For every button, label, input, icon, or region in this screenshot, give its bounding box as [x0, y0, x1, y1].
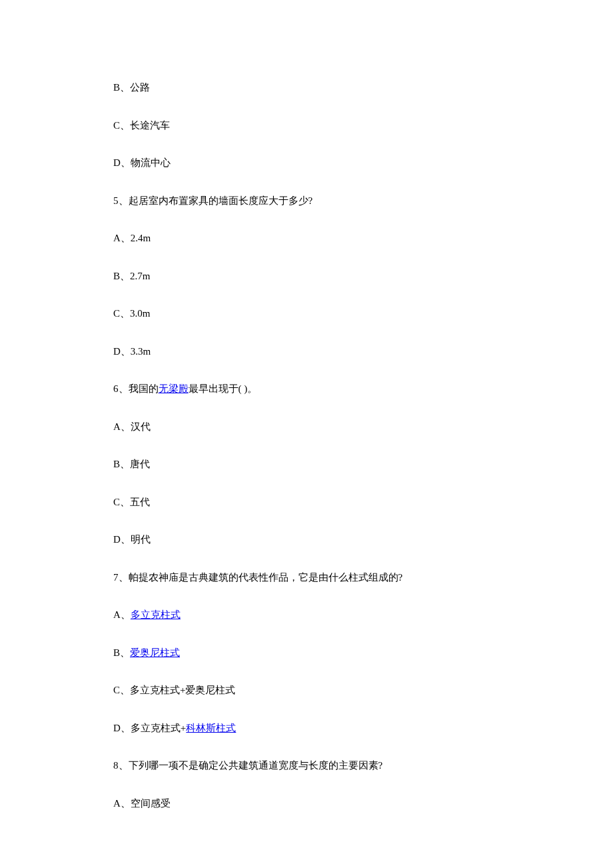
option-text: 汉代	[131, 421, 151, 432]
option-line: D、3.3m	[113, 344, 500, 359]
hyperlink-wuliangdian[interactable]: 无梁殿	[159, 383, 189, 394]
option-text: 物流中心	[131, 157, 171, 168]
option-line: A、汉代	[113, 419, 500, 435]
option-prefix: C、	[113, 308, 130, 319]
option-prefix: A、	[113, 609, 131, 620]
question-text-after: 最早出现于( )。	[189, 383, 258, 394]
option-prefix: B、	[113, 271, 130, 281]
option-text: 明代	[131, 534, 151, 545]
option-text: 2.4m	[131, 233, 151, 243]
option-line: B、2.7m	[113, 269, 500, 284]
option-line: C、多立克柱式+爱奥尼柱式	[113, 683, 500, 698]
option-prefix: D、	[113, 346, 131, 357]
option-line: A、多立克柱式	[113, 607, 500, 623]
hyperlink-doric[interactable]: 多立克柱式	[131, 609, 181, 620]
option-line: B、爱奥尼柱式	[113, 645, 500, 661]
option-prefix: A、	[113, 798, 131, 809]
option-prefix: D、	[113, 157, 131, 168]
option-prefix: A、	[113, 233, 131, 243]
option-prefix: A、	[113, 421, 131, 432]
question-text-before: 6、我国的	[113, 383, 159, 394]
option-prefix: C、	[113, 120, 130, 131]
option-text: 唐代	[130, 459, 150, 469]
option-prefix: C、	[113, 497, 130, 507]
option-line: C、五代	[113, 495, 500, 510]
question-text: 5、起居室内布置家具的墙面长度应大于多少?	[113, 195, 312, 206]
document-page: B、公路 C、长途汽车 D、物流中心 5、起居室内布置家具的墙面长度应大于多少?…	[0, 0, 613, 860]
question-text: 8、下列哪一项不是确定公共建筑通道宽度与长度的主要因素?	[113, 760, 382, 771]
option-line: B、唐代	[113, 457, 500, 472]
option-prefix: D、多立克柱式+	[113, 723, 186, 733]
option-prefix: B、	[113, 647, 130, 658]
option-text: 五代	[130, 497, 150, 507]
option-line: C、长途汽车	[113, 118, 500, 133]
option-prefix: B、	[113, 459, 130, 469]
question-line: 8、下列哪一项不是确定公共建筑通道宽度与长度的主要因素?	[113, 758, 500, 773]
option-text: 长途汽车	[130, 120, 170, 131]
option-line: B、公路	[113, 80, 500, 95]
option-text: 3.3m	[131, 346, 151, 357]
option-line: D、明代	[113, 532, 500, 547]
option-line: D、物流中心	[113, 155, 500, 171]
question-line: 6、我国的无梁殿最早出现于( )。	[113, 381, 500, 397]
option-line: A、空间感受	[113, 796, 500, 811]
option-prefix: D、	[113, 534, 131, 545]
option-line: C、3.0m	[113, 306, 500, 321]
option-prefix: C、	[113, 685, 130, 695]
question-line: 5、起居室内布置家具的墙面长度应大于多少?	[113, 193, 500, 209]
option-line: D、多立克柱式+科林斯柱式	[113, 721, 500, 736]
hyperlink-corinthian[interactable]: 科林斯柱式	[186, 723, 236, 733]
option-text: 空间感受	[131, 798, 171, 809]
option-text: 多立克柱式+爱奥尼柱式	[130, 685, 235, 695]
question-line: 7、帕提农神庙是古典建筑的代表性作品，它是由什么柱式组成的?	[113, 570, 500, 585]
question-text: 7、帕提农神庙是古典建筑的代表性作品，它是由什么柱式组成的?	[113, 572, 402, 583]
hyperlink-ionic[interactable]: 爱奥尼柱式	[130, 647, 180, 658]
option-text: 2.7m	[130, 271, 150, 281]
option-text: 公路	[130, 82, 150, 93]
option-text: 3.0m	[130, 308, 150, 319]
option-prefix: B、	[113, 82, 130, 93]
option-line: A、2.4m	[113, 231, 500, 246]
